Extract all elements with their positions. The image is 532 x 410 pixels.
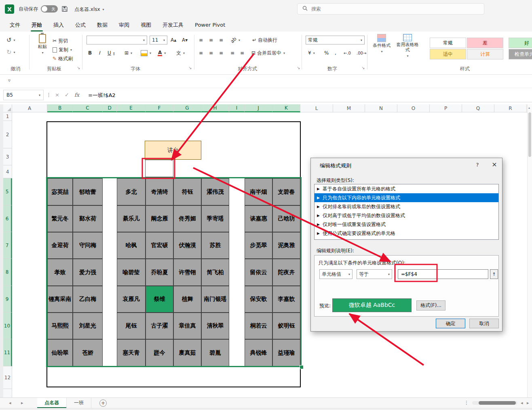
sheet-nav-prev-icon[interactable]: ◂ <box>9 400 11 406</box>
operator-combo[interactable]: 等于▾ <box>357 269 392 279</box>
name-cell[interactable]: 谈嘉惠 <box>245 205 272 232</box>
name-cell[interactable]: 佟秀媚 <box>173 205 201 232</box>
rule-type-item-4[interactable]: ▶仅对唯一值或重复值设置格式 <box>315 220 498 229</box>
name-cell[interactable]: 鄞水荷 <box>73 205 103 232</box>
accounting-format-button[interactable]: ¥▾ <box>308 49 315 57</box>
name-cell[interactable]: 乔盼夏 <box>146 259 173 286</box>
cell-style-chip-1[interactable]: 差 <box>467 38 503 48</box>
align-bottom-button[interactable]: ≡ <box>219 36 223 44</box>
insert-function-button[interactable]: fx <box>74 92 79 98</box>
name-cell[interactable]: 苍娇 <box>73 339 103 366</box>
ribbon-tab-2[interactable]: 插入 <box>48 18 70 32</box>
orientation-button[interactable]: ab▾ <box>230 36 240 44</box>
clipboard-launcher-icon[interactable]: ↘ <box>77 66 80 70</box>
ribbon-collapse-chevron-icon[interactable]: ▿ <box>8 78 11 83</box>
add-sheet-button[interactable]: + <box>99 399 107 407</box>
column-header-L[interactable]: L <box>300 104 333 112</box>
percent-style-button[interactable]: % <box>324 49 329 57</box>
row-header-4[interactable]: 4 <box>3 165 12 178</box>
ribbon-tab-0[interactable]: 文件 <box>4 18 26 32</box>
row-header-7[interactable]: 7 <box>3 232 12 259</box>
name-cell[interactable]: 蚁明钰 <box>272 313 300 339</box>
increase-font-button[interactable]: A▴ <box>171 36 176 44</box>
column-header-R[interactable]: R <box>494 104 527 112</box>
name-cell[interactable]: 陀夜卉 <box>272 259 300 286</box>
decrease-decimal-button[interactable]: .00→ <box>357 49 366 57</box>
sheet-tab-1[interactable]: 一班 <box>67 398 91 408</box>
decrease-font-button[interactable]: A▾ <box>182 36 188 44</box>
ribbon-tab-5[interactable]: 审阅 <box>113 18 135 32</box>
autosave-toggle[interactable]: 关 <box>41 5 58 13</box>
indent-decrease-button[interactable]: ≡ <box>230 49 234 57</box>
dialog-close-button[interactable]: × <box>489 161 500 169</box>
column-header-H[interactable]: H <box>201 104 229 112</box>
row-header-2[interactable]: 2 <box>3 121 12 148</box>
column-header-Q[interactable]: Q <box>462 104 494 112</box>
borders-button[interactable]: ⊞▾ <box>125 49 132 57</box>
name-cell[interactable]: 濯伟茂 <box>201 178 229 205</box>
name-cell[interactable]: 留依云 <box>245 259 272 286</box>
excel-logo-icon[interactable]: X <box>5 4 14 14</box>
cell-value-combo[interactable]: 单元格值▾ <box>319 269 353 279</box>
name-cell[interactable]: 典锐锋 <box>245 339 272 366</box>
name-cell[interactable]: 许雪翎 <box>173 259 201 286</box>
number-format-combo[interactable]: 常规▾ <box>306 36 365 44</box>
scroll-left-icon[interactable]: ◂ <box>521 400 523 406</box>
cut-button[interactable]: ✂剪切 <box>53 36 68 45</box>
name-cell[interactable]: 锺离采南 <box>47 286 73 313</box>
formula-input[interactable]: =$F$4 <box>398 269 488 279</box>
column-header-M[interactable]: M <box>333 104 365 112</box>
rule-type-item-3[interactable]: ▶仅对高于或低于平均值的数值设置格式 <box>315 211 498 220</box>
name-cell[interactable]: 綦乐儿 <box>117 205 146 232</box>
column-header-K[interactable]: K <box>272 104 300 112</box>
podium-cell[interactable]: 讲台 <box>145 141 201 160</box>
font-size-combo[interactable]: 11▾ <box>150 36 167 44</box>
name-cell[interactable]: 简飞柏 <box>201 259 229 286</box>
horizontal-scrollbar-thumb[interactable] <box>479 401 516 405</box>
name-cell[interactable]: 奇清绮 <box>146 178 173 205</box>
name-cell[interactable]: 宓英喆 <box>47 178 73 205</box>
name-cell[interactable]: 古子濯 <box>146 313 173 339</box>
name-cell[interactable]: 仙盼翠 <box>47 339 73 366</box>
name-cell[interactable]: 赓真茹 <box>173 339 201 366</box>
name-cell[interactable]: 伏瀚漠 <box>173 232 201 259</box>
ribbon-tab-1[interactable]: 开始 <box>26 18 48 32</box>
format-button[interactable]: 格式(F)... <box>416 300 445 311</box>
name-cell[interactable]: 爱力强 <box>73 259 103 286</box>
number-launcher-icon[interactable]: ↘ <box>361 66 365 70</box>
redo-button[interactable]: ↻▾ <box>6 48 15 57</box>
increase-decimal-button[interactable]: ←.0 <box>344 49 351 57</box>
rule-type-item-2[interactable]: ▶仅对排名靠前或靠后的数值设置格式 <box>315 202 498 211</box>
ribbon-tab-3[interactable]: 公式 <box>70 18 91 32</box>
save-icon[interactable] <box>61 6 68 13</box>
rule-type-item-1[interactable]: ▶只为包含以下内容的单元格设置格式 <box>315 193 498 202</box>
name-cell[interactable]: 守问梅 <box>73 232 103 259</box>
name-cell[interactable]: 金迎荷 <box>47 232 73 259</box>
cell-style-chip-5[interactable]: 检查单元格 <box>509 49 532 59</box>
name-cell[interactable]: 蹉今 <box>146 339 173 366</box>
collapse-dialog-button[interactable]: ↑ <box>490 269 498 279</box>
conditional-formatting-button[interactable]: 条件格式 ▾ <box>370 34 393 64</box>
scroll-up-icon[interactable]: ▴ <box>528 106 530 110</box>
row-header-12[interactable]: 12 <box>3 366 12 389</box>
name-cell[interactable]: 益瑾瑜 <box>272 339 300 366</box>
formula-text[interactable]: =一班!$A2 <box>88 92 116 99</box>
cancel-entry-button[interactable]: × <box>55 92 59 98</box>
name-cell[interactable]: 符钰 <box>173 178 201 205</box>
name-cell[interactable]: 桐若云 <box>245 313 272 339</box>
cell-style-chip-2[interactable]: 好 <box>509 38 532 48</box>
name-cell[interactable]: 碧胤 <box>201 339 229 366</box>
sheet-tab-0[interactable]: 点名器 <box>37 398 67 408</box>
column-header-I[interactable]: I <box>229 104 245 112</box>
undo-button[interactable]: ↺▾ <box>6 36 15 44</box>
row-header-9[interactable]: 9 <box>3 286 12 313</box>
tab-bar-more-icon[interactable]: ⋮ <box>464 400 469 406</box>
name-cell[interactable]: 塞天青 <box>117 339 146 366</box>
name-cell-highlighted[interactable]: 祭维 <box>146 286 173 313</box>
name-cell[interactable]: 己晗玥 <box>272 205 300 232</box>
underline-button[interactable]: U▾ <box>108 49 115 57</box>
name-cell[interactable]: 郁晗蕾 <box>73 178 103 205</box>
column-header-D[interactable]: D <box>103 104 117 112</box>
name-cell[interactable]: 泥奥雅 <box>272 232 300 259</box>
name-cell[interactable]: 清秋翠 <box>201 313 229 339</box>
